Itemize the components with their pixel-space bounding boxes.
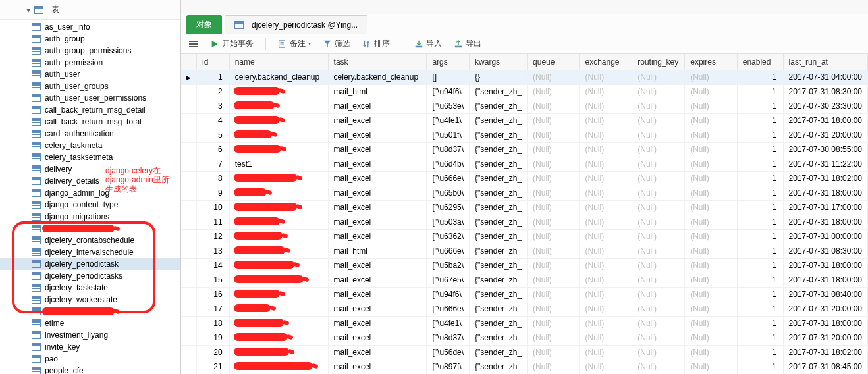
cell[interactable]: (Null) <box>685 70 738 84</box>
tree-item-djcelery_periodictasks[interactable]: djcelery_periodictasks <box>0 270 180 282</box>
cell[interactable]: 1 <box>737 360 783 374</box>
cell[interactable]: (Null) <box>528 215 580 229</box>
cell[interactable]: {"sender_zh_ <box>470 113 528 128</box>
sort-button[interactable]: 排序 <box>362 38 390 49</box>
cell[interactable]: (Null) <box>685 128 738 142</box>
cell[interactable]: (Null) <box>685 287 738 302</box>
cell[interactable]: 16 <box>197 287 230 302</box>
cell[interactable] <box>181 215 197 229</box>
cell[interactable]: (Null) <box>632 302 685 316</box>
cell[interactable]: 1 <box>737 331 783 345</box>
cell[interactable]: (Null) <box>528 302 580 316</box>
table-row[interactable]: 8mail_excel["\u666e\{"sender_zh_(Null)(N… <box>181 171 868 186</box>
cell[interactable]: 1 <box>737 142 783 157</box>
cell[interactable]: (Null) <box>580 345 632 360</box>
cell[interactable]: {"sender_zh_ <box>470 316 528 331</box>
cell[interactable]: 1 <box>737 287 783 302</box>
cell[interactable]: 2017-07-30 23:30:00 <box>783 99 867 113</box>
cell[interactable]: 1 <box>737 345 783 360</box>
tree-item-auth_group_permissions[interactable]: auth_group_permissions <box>0 45 180 57</box>
tree-item-delivery[interactable]: delivery <box>0 163 180 175</box>
cell[interactable] <box>229 171 328 186</box>
cell[interactable]: (Null) <box>685 84 738 99</box>
col-queue[interactable]: queue <box>528 54 580 70</box>
table-row[interactable]: 17mail_excel["\u666e\{"sender_zh_(Null)(… <box>181 302 868 316</box>
cell[interactable]: ["\u666e\ <box>427 171 470 186</box>
cell[interactable]: 20 <box>197 345 230 360</box>
data-grid[interactable]: idnametaskargskwargsqueueexchangerouting… <box>181 54 868 374</box>
cell[interactable]: {"sender_zh_ <box>470 186 528 200</box>
cell[interactable]: (Null) <box>632 84 685 99</box>
cell[interactable]: (Null) <box>580 70 632 84</box>
cell[interactable]: mail_excel <box>328 302 427 316</box>
cell[interactable]: mail_excel <box>328 128 427 142</box>
cell[interactable]: (Null) <box>528 128 580 142</box>
col-kwargs[interactable]: kwargs <box>470 54 528 70</box>
tree-item-blank[interactable] <box>0 223 180 234</box>
cell[interactable]: 2 <box>197 84 230 99</box>
cell[interactable] <box>181 287 197 302</box>
cell[interactable]: (Null) <box>528 99 580 113</box>
cell[interactable] <box>181 157 197 171</box>
cell[interactable]: {"sender_zh_ <box>470 99 528 113</box>
cell[interactable] <box>229 360 328 374</box>
cell[interactable]: 2017-07-31 08:40:00 <box>783 287 867 302</box>
cell[interactable] <box>229 215 328 229</box>
table-row[interactable]: 9mail_excel["\u65b0\{"sender_zh_(Null)(N… <box>181 186 868 200</box>
cell[interactable]: (Null) <box>528 186 580 200</box>
cell[interactable]: ["\u5ba2\ <box>427 258 470 273</box>
tab-open-table[interactable]: djcelery_periodictask @Ying... <box>225 15 367 34</box>
cell[interactable]: celery.backend_cleanup <box>328 70 427 84</box>
cell[interactable]: {"sender_zh_ <box>470 229 528 244</box>
cell[interactable]: 1 <box>737 273 783 287</box>
cell[interactable]: (Null) <box>580 113 632 128</box>
tree-item-djcelery_periodictask[interactable]: djcelery_periodictask <box>0 258 180 270</box>
cell[interactable]: 2017-07-31 20:00:00 <box>783 128 867 142</box>
cell[interactable]: 19 <box>197 331 230 345</box>
cell[interactable]: mail_excel <box>328 345 427 360</box>
cell[interactable]: 10 <box>197 200 230 215</box>
cell[interactable]: (Null) <box>528 345 580 360</box>
hamburger-button[interactable] <box>189 41 198 47</box>
cell[interactable]: (Null) <box>685 113 738 128</box>
cell[interactable] <box>181 302 197 316</box>
cell[interactable] <box>229 113 328 128</box>
cell[interactable]: (Null) <box>580 142 632 157</box>
cell[interactable]: (Null) <box>632 157 685 171</box>
cell[interactable]: 1 <box>197 70 230 84</box>
table-row[interactable]: 12mail_excel["\u6362\{"sender_zh_(Null)(… <box>181 229 868 244</box>
cell[interactable]: 9 <box>197 186 230 200</box>
cell[interactable]: {"sender_zh_ <box>470 215 528 229</box>
cell[interactable] <box>229 99 328 113</box>
cell[interactable]: 7 <box>197 157 230 171</box>
cell[interactable]: (Null) <box>580 302 632 316</box>
cell[interactable]: mail_html <box>328 244 427 258</box>
tree-item-as_user_info[interactable]: as_user_info <box>0 21 180 33</box>
cell[interactable]: (Null) <box>528 258 580 273</box>
tree-item-pao[interactable]: pao <box>0 353 180 365</box>
cell[interactable]: celery.backend_cleanup <box>229 70 328 84</box>
cell[interactable]: ["\u666e\ <box>427 244 470 258</box>
table-row[interactable]: 14mail_excel["\u5ba2\{"sender_zh_(Null)(… <box>181 258 868 273</box>
cell[interactable]: 4 <box>197 113 230 128</box>
cell[interactable]: 1 <box>737 200 783 215</box>
cell[interactable]: (Null) <box>685 345 738 360</box>
cell[interactable]: 15 <box>197 273 230 287</box>
table-row[interactable]: 3mail_excel["\u653e\{"sender_zh_(Null)(N… <box>181 99 868 113</box>
begin-transaction-button[interactable]: 开始事务 <box>210 38 254 49</box>
tree-item-card_authentication[interactable]: card_authentication <box>0 128 180 140</box>
cell[interactable]: (Null) <box>580 171 632 186</box>
table-row[interactable]: 19mail_excel["\u8d37\{"sender_zh_(Null)(… <box>181 331 868 345</box>
cell[interactable]: (Null) <box>685 360 738 374</box>
cell[interactable]: (Null) <box>528 360 580 374</box>
cell[interactable]: ["\u94f6\ <box>427 287 470 302</box>
export-button[interactable]: 导出 <box>454 38 481 49</box>
cell[interactable]: ["\u4fe1\ <box>427 113 470 128</box>
cell[interactable]: (Null) <box>685 316 738 331</box>
col-expires[interactable]: expires <box>685 54 738 70</box>
cell[interactable]: (Null) <box>685 302 738 316</box>
cell[interactable]: ["\u6d4b\ <box>427 157 470 171</box>
cell[interactable]: 11 <box>197 215 230 229</box>
tree-item-blank[interactable] <box>0 306 180 317</box>
cell[interactable]: ["\u8d37\ <box>427 142 470 157</box>
